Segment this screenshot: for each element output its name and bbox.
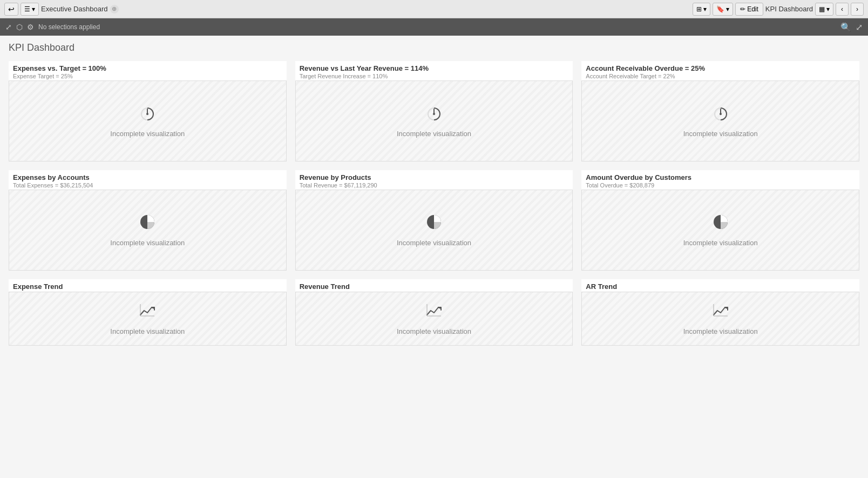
card-header-revenue-trend: Revenue Trend — [295, 279, 573, 292]
nav-prev-button[interactable]: ‹ — [836, 3, 849, 16]
card-title-account-receivable-overdue: Account Receivable Overdue = 25% — [586, 64, 855, 72]
edit-label: Edit — [747, 5, 758, 13]
card-viz-text-expenses-by-accounts: Incomplete visualization — [110, 239, 185, 247]
lasso-icon: ⬡ — [16, 23, 23, 31]
top-bar: ↩ ☰ ▾ Executive Dashboard ⊕ ⊞ ▾ 🔖 ▾ ✏ Ed… — [0, 0, 868, 18]
gauge-icon-account-receivable-overdue — [712, 104, 729, 125]
card-expenses-by-accounts: Expenses by Accounts Total Expenses = $3… — [9, 170, 287, 271]
card-revenue-by-products: Revenue by Products Total Revenue = $67,… — [295, 170, 573, 271]
card-title-expenses-vs-target: Expenses vs. Target = 100% — [13, 64, 282, 72]
card-subtitle-expenses-vs-target: Expense Target = 25% — [13, 73, 282, 79]
card-viz-revenue-by-products: Incomplete visualization — [295, 190, 573, 271]
list-button[interactable]: ☰ ▾ — [21, 3, 39, 16]
card-viz-text-revenue-by-products: Incomplete visualization — [397, 239, 471, 247]
card-viz-expenses-vs-target: Incomplete visualization — [9, 80, 287, 161]
card-title-expense-trend: Expense Trend — [13, 282, 282, 291]
card-revenue-vs-last-year: Revenue vs Last Year Revenue = 114% Targ… — [295, 61, 573, 161]
card-account-receivable-overdue: Account Receivable Overdue = 25% Account… — [581, 61, 859, 161]
card-header-revenue-by-products: Revenue by Products Total Revenue = $67,… — [295, 170, 573, 190]
card-header-expenses-by-accounts: Expenses by Accounts Total Expenses = $3… — [9, 170, 287, 190]
back-icon: ↩ — [8, 5, 15, 14]
dashboard-grid: Expenses vs. Target = 100% Expense Targe… — [9, 61, 859, 346]
filter-expand-icon[interactable]: ⤢ — [856, 22, 863, 32]
card-viz-expense-trend: Incomplete visualization — [9, 292, 287, 346]
top-bar-right: ⊞ ▾ 🔖 ▾ ✏ Edit KPI Dashboard ▦ ▾ ‹ › — [693, 3, 864, 16]
dashboard-title: Executive Dashboard — [41, 5, 108, 13]
card-ar-trend: AR Trend Incomplete visualization — [581, 279, 859, 346]
card-amount-overdue-by-customers: Amount Overdue by Customers Total Overdu… — [581, 170, 859, 271]
card-revenue-trend: Revenue Trend Incomplete visualization — [295, 279, 573, 346]
card-viz-text-expenses-vs-target: Incomplete visualization — [110, 130, 185, 138]
filter-gear-icon: ⚙ — [27, 23, 34, 31]
pie-icon-expenses-by-accounts — [139, 213, 156, 234]
title-badge: ⊕ — [110, 5, 119, 14]
card-viz-text-amount-overdue-by-customers: Incomplete visualization — [683, 239, 758, 247]
card-subtitle-account-receivable-overdue: Account Receivable Target = 22% — [586, 73, 855, 79]
kpi-dashboard-label: KPI Dashboard — [765, 5, 813, 13]
card-viz-text-expense-trend: Incomplete visualization — [110, 327, 185, 335]
card-expenses-vs-target: Expenses vs. Target = 100% Expense Targe… — [9, 61, 287, 161]
svg-point-3 — [146, 113, 148, 115]
card-header-revenue-vs-last-year: Revenue vs Last Year Revenue = 114% Targ… — [295, 61, 573, 80]
filter-bar: ⤢ ⬡ ⚙ No selections applied 🔍 ⤢ — [0, 18, 868, 36]
card-title-revenue-vs-last-year: Revenue vs Last Year Revenue = 114% — [300, 64, 569, 72]
display-icon: ⊞ — [696, 5, 702, 13]
card-subtitle-expenses-by-accounts: Total Expenses = $36,215,504 — [13, 182, 282, 188]
pie-icon-amount-overdue-by-customers — [712, 213, 729, 234]
card-subtitle-revenue-vs-last-year: Target Revenue Increase = 110% — [300, 73, 569, 79]
filter-status-text: No selections applied — [38, 23, 100, 31]
card-viz-amount-overdue-by-customers: Incomplete visualization — [581, 190, 859, 271]
display-arrow: ▾ — [703, 5, 707, 13]
nav-prev-icon: ‹ — [841, 5, 843, 13]
select-icon: ⤢ — [5, 23, 12, 31]
card-header-amount-overdue-by-customers: Amount Overdue by Customers Total Overdu… — [581, 170, 859, 190]
chart-type-button[interactable]: ▦ ▾ — [815, 3, 833, 16]
chart-icon: ▦ — [819, 5, 825, 13]
bookmark-icon: 🔖 — [716, 5, 724, 13]
card-header-expense-trend: Expense Trend — [9, 279, 287, 292]
card-title-revenue-trend: Revenue Trend — [300, 282, 569, 291]
card-viz-revenue-vs-last-year: Incomplete visualization — [295, 80, 573, 161]
card-subtitle-revenue-by-products: Total Revenue = $67,119,290 — [300, 182, 569, 188]
card-viz-text-revenue-trend: Incomplete visualization — [397, 327, 471, 335]
card-viz-expenses-by-accounts: Incomplete visualization — [9, 190, 287, 271]
card-title-ar-trend: AR Trend — [586, 282, 855, 291]
card-header-expenses-vs-target: Expenses vs. Target = 100% Expense Targe… — [9, 61, 287, 80]
list-icon: ☰ — [24, 5, 30, 13]
bookmark-arrow: ▾ — [726, 5, 729, 13]
card-viz-text-account-receivable-overdue: Incomplete visualization — [683, 130, 758, 138]
back-button[interactable]: ↩ — [4, 3, 18, 16]
filter-search-icon[interactable]: 🔍 — [840, 22, 851, 32]
trend-icon-expense-trend — [139, 302, 156, 323]
card-expense-trend: Expense Trend Incomplete visualization — [9, 279, 287, 346]
card-subtitle-amount-overdue-by-customers: Total Overdue = $208,879 — [586, 182, 855, 188]
card-header-account-receivable-overdue: Account Receivable Overdue = 25% Account… — [581, 61, 859, 80]
chart-arrow: ▾ — [826, 5, 830, 13]
gauge-icon-expenses-vs-target — [139, 104, 156, 125]
edit-icon: ✏ — [740, 5, 745, 13]
card-title-amount-overdue-by-customers: Amount Overdue by Customers — [586, 173, 855, 181]
svg-point-7 — [433, 113, 435, 115]
card-header-ar-trend: AR Trend — [581, 279, 859, 292]
gauge-icon-revenue-vs-last-year — [425, 104, 443, 125]
edit-button[interactable]: ✏ Edit — [735, 3, 763, 16]
card-viz-text-ar-trend: Incomplete visualization — [683, 327, 758, 335]
list-arrow: ▾ — [32, 5, 35, 13]
trend-icon-revenue-trend — [425, 302, 443, 323]
display-button[interactable]: ⊞ ▾ — [693, 3, 710, 16]
card-title-expenses-by-accounts: Expenses by Accounts — [13, 173, 282, 181]
bookmark-button[interactable]: 🔖 ▾ — [713, 3, 733, 16]
card-title-revenue-by-products: Revenue by Products — [300, 173, 569, 181]
pie-icon-revenue-by-products — [425, 213, 443, 234]
page-title: KPI Dashboard — [9, 42, 859, 53]
trend-icon-ar-trend — [712, 302, 729, 323]
card-viz-text-revenue-vs-last-year: Incomplete visualization — [397, 130, 471, 138]
card-viz-revenue-trend: Incomplete visualization — [295, 292, 573, 346]
top-bar-left: ↩ ☰ ▾ Executive Dashboard ⊕ — [4, 3, 689, 16]
svg-point-11 — [720, 113, 722, 115]
nav-next-icon: › — [856, 5, 858, 13]
main-content: KPI Dashboard Expenses vs. Target = 100%… — [0, 36, 868, 352]
nav-next-button[interactable]: › — [851, 3, 864, 16]
card-viz-account-receivable-overdue: Incomplete visualization — [581, 80, 859, 161]
card-viz-ar-trend: Incomplete visualization — [581, 292, 859, 346]
